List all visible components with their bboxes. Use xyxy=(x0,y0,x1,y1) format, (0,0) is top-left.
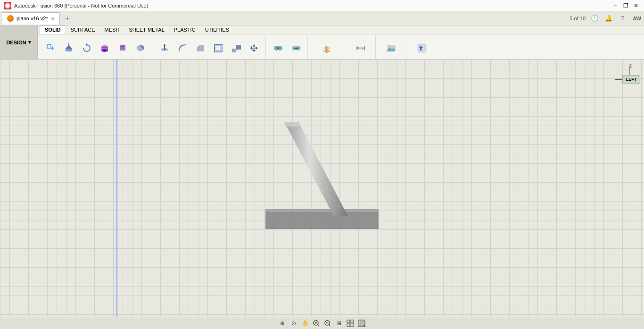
tabbar: piano v16 v2* ✕ + 5 of 10 🕐 🔔 ? AW xyxy=(0,11,644,25)
notifications-button[interactable]: 🔔 xyxy=(603,13,614,24)
svg-marker-20 xyxy=(163,44,166,46)
app-title: Autodesk Fusion 360 (Personal - Not for … xyxy=(14,3,148,8)
press-pull-icon xyxy=(159,43,170,53)
close-button[interactable]: ✕ xyxy=(632,1,640,10)
history-button[interactable]: 🕐 xyxy=(589,13,600,24)
insert-buttons xyxy=(380,35,403,59)
new-component-button[interactable] xyxy=(42,40,59,57)
press-pull-button[interactable] xyxy=(156,40,173,57)
tab-mesh[interactable]: MESH xyxy=(100,26,124,34)
joint-icon xyxy=(273,43,283,53)
viewport[interactable]: Z LEFT xyxy=(0,59,644,317)
design-menu-button[interactable]: DESIGN ▾ xyxy=(0,25,38,59)
hole-button[interactable] xyxy=(96,40,113,57)
tab-plastic[interactable]: PLASTIC xyxy=(169,26,200,34)
construct-buttons xyxy=(315,35,339,59)
design-arrow: ▾ xyxy=(28,39,31,45)
inspect-buttons: mm xyxy=(349,35,372,59)
svg-rect-3 xyxy=(66,49,72,51)
svg-marker-54 xyxy=(284,122,348,216)
move-button[interactable]: ⊕ xyxy=(246,40,263,57)
svg-text:mm: mm xyxy=(359,46,363,50)
chamfer-button[interactable] xyxy=(192,40,209,57)
display-mode-button[interactable]: 🖥 xyxy=(334,319,344,328)
tab-title: piano v16 v2* xyxy=(17,16,48,21)
h-axis-line xyxy=(615,79,622,80)
move-icon: ⊕ xyxy=(249,43,259,53)
svg-rect-64 xyxy=(351,320,354,323)
app-icon xyxy=(4,2,11,9)
svg-marker-32 xyxy=(256,47,258,50)
tab-utilities[interactable]: UTILITIES xyxy=(200,26,234,34)
tab-surface[interactable]: SURFACE xyxy=(66,26,100,34)
view-orbit-button[interactable]: ⊙ xyxy=(289,319,298,328)
assemble-buttons xyxy=(270,35,305,59)
account-button[interactable]: AW xyxy=(632,13,642,24)
insert-image-button[interactable] xyxy=(380,37,403,59)
add-tab-button[interactable]: + xyxy=(62,13,73,24)
measure-icon: mm xyxy=(355,43,366,53)
svg-line-57 xyxy=(318,324,320,326)
new-component-icon xyxy=(46,43,56,53)
svg-rect-0 xyxy=(47,44,51,48)
tab-solid[interactable]: SOLID xyxy=(40,25,66,34)
svg-text:▾: ▾ xyxy=(363,324,365,327)
joint-button[interactable] xyxy=(270,40,287,57)
select-button[interactable] xyxy=(410,37,434,59)
svg-rect-52 xyxy=(265,209,379,229)
shell-button[interactable] xyxy=(210,40,227,57)
chamfer-icon xyxy=(195,43,206,53)
minimize-button[interactable]: − xyxy=(611,1,619,10)
revolve-button[interactable] xyxy=(78,40,95,57)
title-left: Autodesk Fusion 360 (Personal - Not for … xyxy=(4,2,148,9)
scale-icon xyxy=(231,43,241,53)
box-button[interactable] xyxy=(132,40,149,57)
axis-indicator: Z LEFT xyxy=(617,63,640,92)
tab-close-icon[interactable]: ✕ xyxy=(51,16,55,21)
as-built-joint-button[interactable] xyxy=(288,40,305,57)
fillet-button[interactable] xyxy=(174,40,191,57)
zoom-fit-button[interactable] xyxy=(312,319,321,328)
fillet-icon xyxy=(177,43,188,53)
toolbar: DESIGN ▾ SOLID SURFACE MESH SHEET METAL … xyxy=(0,25,644,59)
pan-button[interactable]: ✋ xyxy=(300,319,310,328)
svg-rect-23 xyxy=(215,44,222,52)
ribbon-tabs: SOLID SURFACE MESH SHEET METAL PLASTIC U… xyxy=(38,25,644,59)
extrude-button[interactable] xyxy=(60,40,77,57)
svg-marker-55 xyxy=(284,122,299,127)
insert-image-icon xyxy=(386,43,396,53)
svg-rect-65 xyxy=(347,324,350,327)
ribbon-tab-labels: SOLID SURFACE MESH SHEET METAL PLASTIC U… xyxy=(38,25,644,34)
restore-button[interactable]: ❐ xyxy=(621,1,630,10)
axis-view-label[interactable]: LEFT xyxy=(622,75,640,84)
svg-rect-66 xyxy=(351,324,354,327)
extrude-icon xyxy=(64,43,74,53)
design-label: DESIGN xyxy=(6,40,26,45)
main-content: Z LEFT xyxy=(0,59,644,317)
grid-settings-button[interactable]: ▾ xyxy=(357,319,366,328)
help-button[interactable]: ? xyxy=(618,13,628,24)
thread-button[interactable] xyxy=(114,40,131,57)
tab-sheet-metal[interactable]: SHEET METAL xyxy=(124,26,169,34)
tab-info: 5 of 10 🕐 🔔 ? AW xyxy=(570,13,642,24)
select-buttons xyxy=(410,35,434,59)
construct-offset-plane-button[interactable] xyxy=(315,37,339,59)
z-axis-line xyxy=(629,66,630,75)
measure-button[interactable]: mm xyxy=(349,37,372,59)
svg-rect-53 xyxy=(265,209,379,212)
view-tools: ⊕ ⊙ ✋ 🖥 xyxy=(278,319,366,328)
statusbar: ⊕ ⊙ ✋ 🖥 xyxy=(0,317,644,329)
scale-button[interactable] xyxy=(228,40,245,57)
select-icon xyxy=(417,43,427,53)
window-controls[interactable]: − ❐ ✕ xyxy=(611,1,640,10)
zoom-out-button[interactable] xyxy=(323,319,332,328)
titlebar: Autodesk Fusion 360 (Personal - Not for … xyxy=(0,0,644,11)
active-tab[interactable]: piano v16 v2* ✕ xyxy=(2,12,60,25)
as-built-joint-icon xyxy=(291,43,301,53)
modify-buttons: ⊕ xyxy=(156,35,263,59)
view-home-button[interactable]: ⊕ xyxy=(278,319,287,328)
svg-point-35 xyxy=(277,47,279,49)
construct-offset-plane-icon xyxy=(322,43,332,53)
shell-icon xyxy=(213,43,223,53)
grid-button[interactable] xyxy=(346,319,355,328)
